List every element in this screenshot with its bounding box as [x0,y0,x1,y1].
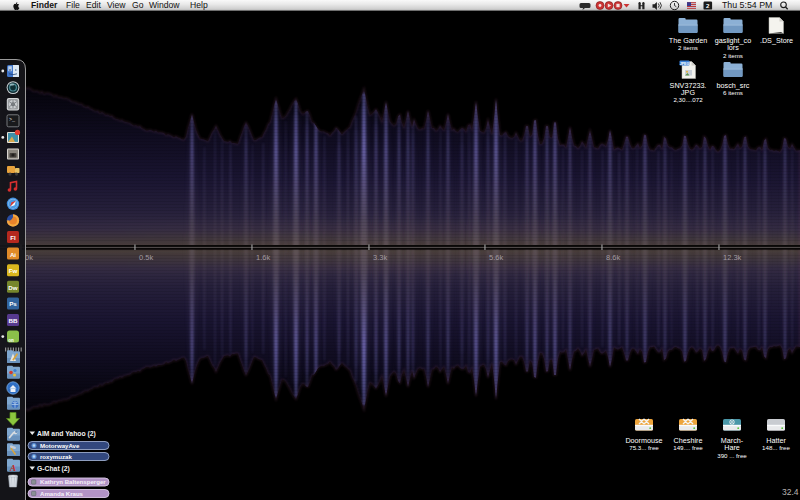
svg-text:3.3k: 3.3k [373,253,387,262]
svg-text:Edit: Edit [86,0,101,10]
svg-text:MotorwayAve: MotorwayAve [40,442,80,449]
svg-text:Amanda Kraus: Amanda Kraus [40,490,84,497]
svg-text:on: on [8,338,14,343]
svg-text:148... free: 148... free [762,444,790,451]
svg-text:File: File [66,0,80,10]
svg-text:roxymuzak: roxymuzak [40,453,72,460]
svg-text:Ps: Ps [9,300,17,307]
svg-text:12.3k: 12.3k [723,253,742,262]
svg-text:149.... free: 149.... free [673,444,703,451]
svg-text:2 items: 2 items [678,44,698,51]
svg-text:View: View [107,0,126,10]
svg-text:>_: >_ [9,117,16,123]
svg-text:390 ... free: 390 ... free [717,452,747,459]
svg-text:Go: Go [132,0,144,10]
svg-text:2,30....072: 2,30....072 [673,96,703,103]
svg-text:1.6k: 1.6k [256,253,270,262]
svg-text:Kathryn Baltensperger: Kathryn Baltensperger [40,478,106,485]
svg-text:0.5k: 0.5k [139,253,153,262]
svg-text:Window: Window [149,0,180,10]
svg-text:A: A [9,463,16,473]
svg-text:Finder: Finder [31,0,58,10]
svg-text:75.3... free: 75.3... free [629,444,659,451]
svg-text:6 items: 6 items [723,89,743,96]
svg-text:5.6k: 5.6k [489,253,503,262]
svg-text:Ai: Ai [10,251,16,258]
svg-text:Fw: Fw [9,267,18,274]
svg-text:AIM and Yahoo (2): AIM and Yahoo (2) [37,430,96,438]
svg-text:G-Chat (2): G-Chat (2) [37,465,70,473]
svg-text:8.6k: 8.6k [606,253,620,262]
svg-text:Thu 5:54 PM: Thu 5:54 PM [722,0,772,10]
svg-text:Fl: Fl [10,234,16,241]
svg-text:32.4 f: 32.4 f [782,487,800,497]
svg-text:Dw: Dw [8,284,17,291]
svg-text:Help: Help [190,0,208,10]
svg-text:BB: BB [9,317,18,324]
svg-text:.DS_Store: .DS_Store [760,36,793,45]
svg-text:JPEG: JPEG [680,62,690,66]
svg-text:2: 2 [706,2,710,9]
svg-text:2 items: 2 items [723,52,743,59]
